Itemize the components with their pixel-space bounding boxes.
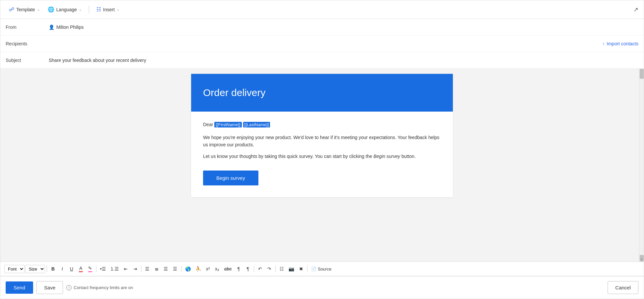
font-color-bar: [79, 271, 83, 272]
clean-button[interactable]: ✖: [297, 265, 305, 273]
link-button[interactable]: 🌎: [183, 265, 193, 273]
top-toolbar: ☍ Template ⌄ 🌐 Language ⌄ ☷ Insert ⌄ ↗: [0, 0, 644, 19]
from-label: From: [6, 25, 49, 30]
import-contacts-button[interactable]: ↑ Import contacts: [602, 41, 638, 46]
from-row: From 👤 Milton Philips: [0, 19, 644, 35]
align-left-button[interactable]: ☰: [143, 265, 152, 273]
table-button[interactable]: ☷: [277, 265, 286, 273]
language-button[interactable]: 🌐 Language ⌄: [44, 4, 85, 15]
template-label: Template: [16, 7, 35, 12]
align-justify-button[interactable]: ☰: [171, 265, 180, 273]
scrollbar-track[interactable]: ⌄: [639, 69, 644, 262]
format-toolbar: Font Size B I U A ✎ •☰ 1.☰ ⇤ ⇥ ☰ ≣ ☰ ☰ 🌎…: [0, 262, 644, 276]
expand-button[interactable]: ↗: [633, 6, 638, 13]
unlink-button[interactable]: ⛹: [193, 265, 203, 273]
indent-button[interactable]: ⇥: [131, 265, 139, 273]
align-right-button[interactable]: ☰: [162, 265, 170, 273]
template-button[interactable]: ☍ Template ⌄: [6, 4, 43, 15]
info-icon: i: [66, 285, 72, 290]
email-header-title: Order delivery: [203, 87, 441, 98]
fmt-separator-3: [141, 266, 141, 272]
highlight-icon: ✎: [88, 266, 92, 272]
subject-label: Subject: [6, 58, 49, 63]
from-value: 👤 Milton Philips: [49, 25, 638, 30]
frequency-notice-text: Contact frequency limits are on: [74, 285, 133, 290]
source-button[interactable]: 📄 Source: [309, 265, 333, 273]
save-button[interactable]: Save: [36, 281, 63, 294]
template-chevron: ⌄: [37, 8, 40, 11]
font-color-button[interactable]: A: [77, 265, 85, 273]
subscript-button[interactable]: x₂: [213, 265, 222, 273]
insert-icon: ☷: [96, 6, 101, 13]
insert-chevron: ⌄: [117, 8, 119, 11]
fmt-separator-6: [275, 266, 276, 272]
fmt-separator-4: [181, 266, 182, 272]
paragraph2: Let us know your thoughts by taking this…: [203, 153, 441, 160]
format-btn-2[interactable]: ¶: [243, 265, 252, 273]
paragraph2-text: Let us know your thoughts by taking this…: [203, 154, 373, 159]
paragraph2-end: button.: [400, 154, 416, 159]
email-body-area[interactable]: Order delivery Dear [[FirstName]] [[Last…: [0, 69, 644, 262]
scrollbar-thumb-top[interactable]: [640, 69, 644, 79]
font-color-icon: A: [79, 266, 83, 272]
italic-button[interactable]: I: [58, 265, 67, 273]
language-chevron: ⌄: [79, 8, 81, 11]
firstname-placeholder[interactable]: [[FirstName]]: [214, 122, 242, 127]
underline-button[interactable]: U: [67, 265, 76, 273]
begin-survey-button[interactable]: Begin survey: [203, 171, 258, 185]
source-icon: 📄: [311, 267, 316, 272]
language-label: Language: [56, 7, 77, 12]
toolbar-group-left: ☍ Template ⌄ 🌐 Language ⌄ ☷ Insert ⌄: [6, 4, 123, 15]
paragraph1: We hope you're enjoying your new product…: [203, 134, 441, 149]
from-name: Milton Philips: [56, 25, 83, 30]
begin-survey-italic: Begin survey: [373, 154, 400, 159]
font-select[interactable]: Font: [4, 265, 25, 273]
dear-line: Dear [[FirstName]] [[LastName]]: [203, 121, 441, 128]
outdent-button[interactable]: ⇤: [122, 265, 130, 273]
import-arrow-icon: ↑: [602, 41, 605, 46]
email-content: Dear [[FirstName]] [[LastName]] We hope …: [191, 112, 453, 171]
insert-label: Insert: [103, 7, 115, 12]
insert-button[interactable]: ☷ Insert ⌄: [93, 4, 123, 15]
fmt-separator-5: [254, 266, 254, 272]
undo-button[interactable]: ↶: [256, 265, 264, 273]
template-icon: ☍: [9, 6, 14, 13]
action-bar: Send Save i Contact frequency limits are…: [0, 276, 644, 299]
lastname-placeholder[interactable]: [[LastName]]: [243, 122, 270, 127]
import-contacts-label: Import contacts: [607, 41, 638, 46]
begin-survey-section: Begin survey: [191, 171, 453, 197]
email-card: Order delivery Dear [[FirstName]] [[Last…: [191, 74, 453, 197]
size-select[interactable]: Size: [25, 265, 45, 273]
fmt-separator-2: [96, 266, 96, 272]
language-icon: 🌐: [48, 6, 54, 13]
toolbar-divider: [89, 6, 89, 14]
send-button[interactable]: Send: [6, 281, 33, 294]
source-label: Source: [318, 267, 331, 272]
recipients-row: Recipients ↑ Import contacts: [0, 35, 644, 52]
user-icon: 👤: [49, 25, 54, 30]
dear-text: Dear: [203, 122, 213, 127]
subject-text: Share your feedback about your recent de…: [49, 58, 146, 63]
fmt-separator-7: [307, 266, 307, 272]
highlight-bar: [88, 271, 92, 272]
fmt-separator-1: [47, 266, 47, 272]
redo-button[interactable]: ↷: [265, 265, 274, 273]
bullet-list-button[interactable]: •☰: [98, 265, 108, 273]
image-button[interactable]: 📷: [287, 265, 296, 273]
highlight-button[interactable]: ✎: [86, 265, 94, 273]
bold-button[interactable]: B: [49, 265, 57, 273]
subject-value[interactable]: Share your feedback about your recent de…: [49, 58, 638, 63]
subject-row: Subject Share your feedback about your r…: [0, 52, 644, 69]
align-center-button[interactable]: ≣: [152, 265, 161, 273]
superscript-button[interactable]: x²: [204, 265, 212, 273]
format-btn-1[interactable]: ¶: [234, 265, 243, 273]
cancel-button[interactable]: Cancel: [608, 281, 638, 294]
scrollbar-thumb-bottom[interactable]: ⌄: [640, 255, 644, 262]
frequency-notice: i Contact frequency limits are on: [66, 285, 133, 290]
numbered-list-button[interactable]: 1.☰: [109, 265, 121, 273]
email-composer: ☍ Template ⌄ 🌐 Language ⌄ ☷ Insert ⌄ ↗ F…: [0, 0, 644, 299]
strikethrough-button[interactable]: abc: [222, 265, 234, 273]
email-header-banner: Order delivery: [191, 74, 453, 112]
recipients-label: Recipients: [6, 41, 49, 46]
